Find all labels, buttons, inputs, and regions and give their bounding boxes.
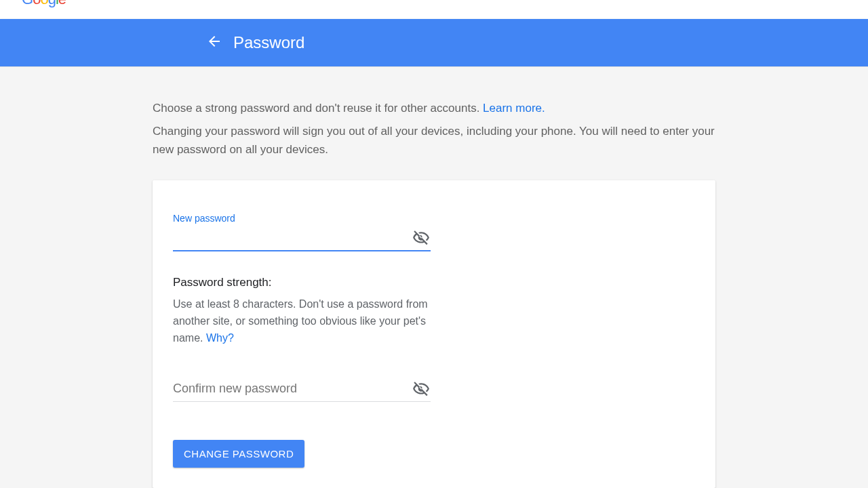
password-strength-label: Password strength: bbox=[173, 276, 431, 289]
page-header: Password bbox=[0, 19, 868, 66]
google-logo: Google bbox=[22, 0, 66, 8]
toggle-confirm-password-visibility[interactable] bbox=[412, 381, 431, 400]
intro-text-1: Choose a strong password and don't reuse… bbox=[153, 102, 483, 115]
learn-more-link[interactable]: Learn more. bbox=[483, 102, 545, 115]
password-strength-desc: Use at least 8 characters. Don't use a p… bbox=[173, 296, 431, 346]
password-strength-block: Password strength: Use at least 8 charac… bbox=[173, 276, 431, 346]
new-password-input[interactable] bbox=[173, 228, 408, 250]
toggle-new-password-visibility[interactable] bbox=[412, 230, 431, 249]
new-password-field-wrap: New password bbox=[173, 213, 431, 251]
password-card: New password Password strength: Use at l… bbox=[153, 180, 715, 488]
page-title: Password bbox=[233, 33, 304, 52]
confirm-password-underline bbox=[173, 401, 431, 402]
confirm-password-input[interactable] bbox=[173, 379, 408, 401]
eye-off-icon bbox=[412, 229, 430, 249]
new-password-underline bbox=[173, 250, 431, 251]
why-link[interactable]: Why? bbox=[206, 332, 234, 344]
eye-off-icon bbox=[412, 380, 430, 401]
intro-line-1: Choose a strong password and don't reuse… bbox=[153, 100, 715, 117]
arrow-left-icon bbox=[206, 33, 222, 52]
intro-line-2: Changing your password will sign you out… bbox=[153, 123, 715, 159]
change-password-button[interactable]: CHANGE PASSWORD bbox=[173, 440, 304, 468]
back-button[interactable] bbox=[201, 29, 228, 56]
new-password-label: New password bbox=[173, 213, 431, 224]
confirm-password-field-wrap bbox=[173, 379, 431, 402]
